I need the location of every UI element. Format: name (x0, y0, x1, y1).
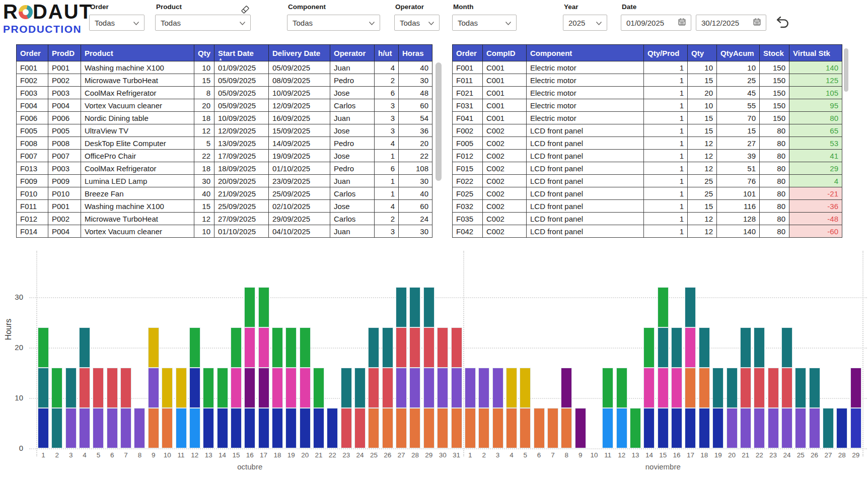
bar-segment-purple[interactable] (437, 368, 448, 408)
bar-segment-orange[interactable] (148, 408, 159, 448)
cell[interactable]: Electric motor (527, 112, 644, 124)
cell[interactable]: 12 (688, 162, 717, 175)
bar-segment-navy[interactable] (38, 408, 49, 448)
bar-segment-orange[interactable] (368, 408, 379, 448)
bar-segment-orange[interactable] (478, 408, 489, 448)
cell[interactable]: 1 (644, 112, 688, 124)
cell[interactable]: 80 (760, 162, 789, 175)
cell[interactable]: F006 (17, 112, 48, 124)
cell[interactable]: Pedro (330, 137, 375, 150)
cell[interactable]: C002 (483, 124, 527, 137)
bar-segment-plum[interactable] (850, 368, 861, 408)
cell[interactable]: 18/09/2025 (214, 162, 269, 175)
cell[interactable]: 20 (194, 99, 214, 112)
cell[interactable]: F009 (17, 175, 48, 187)
cell[interactable]: C002 (483, 162, 527, 175)
bar-segment-purple[interactable] (65, 408, 77, 448)
virtual-stock-cell-positive[interactable]: 80 (789, 112, 842, 124)
cell[interactable]: Vortex Vacuum cleaner (81, 99, 194, 112)
cell[interactable]: 20 (399, 137, 432, 150)
cell[interactable]: 80 (760, 187, 789, 200)
cell[interactable]: 1 (644, 87, 688, 99)
bar-segment-purple[interactable] (409, 368, 420, 408)
bar-segment-red[interactable] (423, 327, 435, 368)
cell[interactable]: 5 (194, 137, 214, 150)
cell[interactable]: 3 (375, 99, 399, 112)
cell[interactable]: C002 (483, 150, 527, 162)
cell[interactable]: 27 (717, 137, 760, 150)
cell[interactable]: F010 (17, 187, 48, 200)
virtual-stock-cell-negative[interactable]: -48 (789, 213, 842, 225)
cell[interactable]: 12/09/2025 (269, 99, 330, 112)
cell[interactable]: CoolMax Refrigerator (81, 87, 194, 99)
bar-segment-green[interactable] (313, 368, 324, 408)
bar-segment-orange[interactable] (520, 408, 531, 448)
cell[interactable]: 05/09/2025 (269, 61, 330, 74)
cell[interactable]: F002 (453, 124, 483, 137)
cell[interactable]: P010 (48, 187, 81, 200)
cell[interactable]: 01/10/2025 (214, 225, 269, 238)
cell[interactable]: DeskTop Elite Computer (81, 137, 194, 150)
cell[interactable]: P008 (48, 137, 81, 150)
cell[interactable]: 18 (194, 112, 214, 124)
bar-segment-teal[interactable] (809, 368, 820, 408)
orders-table-scrollbar[interactable] (436, 62, 442, 181)
bar-segment-navy[interactable] (643, 408, 655, 448)
bar-segment-teal[interactable] (823, 408, 834, 448)
cell[interactable]: 3 (375, 112, 399, 124)
cell[interactable]: Jose (330, 150, 375, 162)
cell[interactable]: 12 (688, 137, 717, 150)
virtual-stock-cell-negative[interactable]: -21 (789, 187, 842, 200)
bar-segment-teal[interactable] (727, 368, 738, 408)
cell[interactable]: 08/09/2025 (269, 74, 330, 87)
bar-segment-navy[interactable] (272, 408, 283, 448)
cell[interactable]: 04/10/2025 (269, 225, 330, 238)
cell[interactable]: Microwave TurboHeat (81, 213, 194, 225)
bar-segment-red[interactable] (754, 368, 765, 408)
bar-segment-red[interactable] (120, 368, 131, 408)
bar-segment-purple[interactable] (795, 408, 806, 448)
bar-segment-purple[interactable] (396, 368, 407, 408)
bar-segment-purple[interactable] (465, 368, 476, 408)
cell[interactable]: 80 (760, 200, 789, 213)
bar-segment-red[interactable] (781, 368, 792, 408)
bar-segment-teal[interactable] (712, 368, 724, 408)
bar-segment-purple[interactable] (93, 408, 104, 448)
cell[interactable]: C001 (483, 112, 527, 124)
bar-segment-purple[interactable] (492, 368, 503, 408)
cell[interactable]: F035 (453, 213, 483, 225)
bar-segment-lightblue[interactable] (616, 408, 627, 448)
cell[interactable]: 23/09/2025 (269, 175, 330, 187)
bar-segment-orange[interactable] (506, 408, 517, 448)
cell[interactable]: LCD front panel (527, 225, 644, 238)
cell[interactable]: 140 (717, 225, 760, 238)
cell[interactable]: 1 (644, 187, 688, 200)
cell[interactable]: 4 (375, 137, 399, 150)
cell[interactable]: 19/09/2025 (269, 150, 330, 162)
virtual-stock-cell-positive[interactable]: 53 (789, 137, 842, 150)
cell[interactable]: CoolMax Refrigerator (81, 162, 194, 175)
cell[interactable]: Jose (330, 124, 375, 137)
cell[interactable]: P004 (48, 99, 81, 112)
date-to-input[interactable]: 30/12/2025 (696, 15, 766, 31)
bar-segment-teal[interactable] (409, 287, 420, 327)
bar-segment-green[interactable] (231, 327, 242, 368)
column-header-qty-prod[interactable]: Qty/Prod (644, 45, 688, 61)
cell[interactable]: F005 (17, 124, 48, 137)
cell[interactable]: LCD front panel (527, 150, 644, 162)
bar-segment-orange[interactable] (162, 408, 173, 448)
cell[interactable]: LCD front panel (527, 200, 644, 213)
cell[interactable]: 1 (644, 137, 688, 150)
cell[interactable]: 21/09/2025 (214, 187, 269, 200)
bar-segment-navy[interactable] (189, 368, 200, 408)
bar-segment-navy[interactable] (217, 408, 228, 448)
cell[interactable]: 40 (399, 61, 432, 74)
column-header-order[interactable]: Order (453, 45, 483, 61)
cell[interactable]: 25 (717, 74, 760, 87)
cell[interactable]: Juan (330, 175, 375, 187)
cell[interactable]: 2 (375, 213, 399, 225)
cell[interactable]: C002 (483, 200, 527, 213)
cell[interactable]: F008 (17, 137, 48, 150)
cell[interactable]: 1 (644, 99, 688, 112)
virtual-stock-cell-positive[interactable]: 125 (789, 74, 842, 87)
